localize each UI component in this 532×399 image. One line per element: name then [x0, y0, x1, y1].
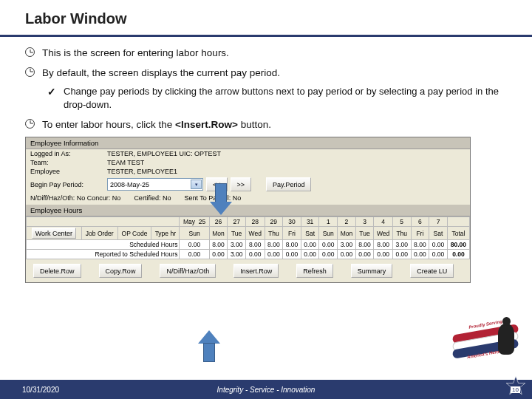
team-value: TEAM TEST	[107, 159, 144, 166]
pay-period-button[interactable]: Pay.Period	[266, 177, 311, 191]
employee-label: Employee	[30, 168, 104, 175]
logged-value: TESTER, EMPLOYEE1 UIC: OPTEST	[107, 150, 221, 157]
refresh-button[interactable]: Refresh	[296, 264, 333, 278]
hours-table: May 252627282930311234567 Work Center Jo…	[26, 216, 470, 259]
serving-heroes-logo: Proudly Serving America's Heroes	[452, 324, 519, 378]
bullet-2: By default, the screen displays the curr…	[42, 66, 280, 81]
page-title: Labor Window	[25, 10, 507, 27]
delete-row-button[interactable]: Delete.Row	[33, 264, 81, 278]
chevron-down-icon[interactable]: ▾	[191, 180, 202, 189]
clock-icon	[25, 119, 35, 129]
arrow-down-icon	[210, 183, 232, 216]
ndiff-button[interactable]: N/Diff/Haz/Oth	[160, 264, 216, 278]
emp-hours-header: Employee Hours	[26, 205, 470, 216]
next-period-button[interactable]: >>	[231, 177, 252, 191]
bullet-3: To enter labor hours, click the <Insert.…	[42, 117, 271, 132]
footer-motto: Integrity - Service - Innovation	[217, 386, 316, 394]
arrow-up-icon	[198, 330, 220, 363]
app-screenshot: Employee Information Logged in As:TESTER…	[25, 137, 471, 283]
begin-pp-label: Begin Pay Period:	[30, 181, 104, 188]
bullet-list: This is the screen for entering labor ho…	[25, 46, 507, 132]
clock-icon	[25, 67, 35, 77]
clock-icon	[25, 47, 35, 57]
logged-label: Logged in As:	[30, 150, 104, 157]
check-icon: ✓	[47, 85, 58, 100]
flags-text: N/Diff/Haz/Oth: No Concur: No	[30, 194, 120, 202]
footer-date: 10/31/2020	[22, 386, 59, 394]
create-lu-button[interactable]: Create LU	[410, 264, 454, 278]
emp-info-header: Employee Information	[26, 137, 470, 149]
slide-footer: 10/31/2020 Integrity - Service - Innovat…	[0, 380, 532, 399]
insert-row-button[interactable]: Insert.Row	[233, 264, 279, 278]
summary-button[interactable]: Summary	[351, 264, 393, 278]
team-label: Team:	[30, 159, 104, 166]
bullet-1: This is the screen for entering labor ho…	[42, 46, 229, 61]
copy-row-button[interactable]: Copy.Row	[99, 264, 143, 278]
page-number: 10	[511, 386, 520, 393]
employee-value: TESTER, EMPLOYEE1	[107, 168, 177, 175]
certified-text: Certified: No	[134, 194, 171, 202]
title-divider	[0, 35, 532, 37]
work-center-button[interactable]: Work Center	[32, 228, 76, 239]
pay-period-dropdown[interactable]: 2008-May-25 ▾	[107, 178, 203, 191]
bullet-2-sub: Change pay periods by clicking the arrow…	[64, 85, 507, 112]
